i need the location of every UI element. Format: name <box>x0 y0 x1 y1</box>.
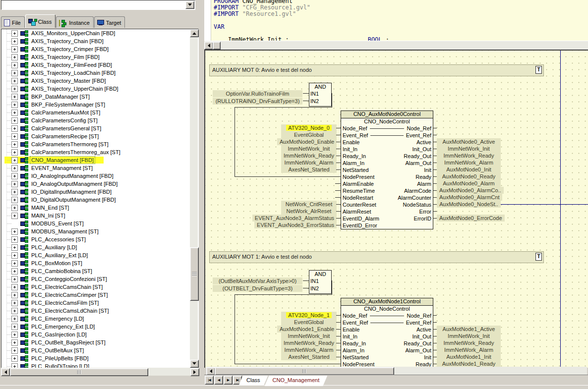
tree-hscrollbar-thumb[interactable] <box>10 368 148 376</box>
fb-output-pin[interactable]: Alarm_Out <box>405 160 431 167</box>
expand-icon[interactable] <box>11 173 18 179</box>
fb-output-pin[interactable]: Active <box>416 139 431 146</box>
tree-vertical-scrollbar[interactable] <box>190 29 198 368</box>
tree-item[interactable]: PLC_OutBeltAux [ST] <box>1 346 198 354</box>
first-sheet-button[interactable]: |◀ <box>205 376 214 385</box>
tree-item[interactable]: AXIS_Trajectory_LoadChain [FBD] <box>1 69 198 77</box>
fb-output-pin[interactable]: AlarmCode <box>404 187 431 194</box>
tree-item-label[interactable]: AXIS_Monitors_UpperChain [FBD] <box>30 30 116 37</box>
expand-icon[interactable] <box>11 276 18 282</box>
fb-output-pin[interactable]: Init_Out <box>412 333 431 340</box>
operand-box[interactable]: AuxMotNode0_Alarm <box>437 180 501 187</box>
expand-icon[interactable] <box>11 260 18 267</box>
expand-icon[interactable] <box>11 54 18 60</box>
tree-item[interactable]: PLC_ElectricCamsChain [ST] <box>1 283 198 291</box>
operand-box[interactable]: NetWork_CntReset <box>281 201 337 208</box>
operand-box[interactable]: OptionVar.RulloTrainoFilm <box>213 90 302 97</box>
fb-input-pin[interactable]: NodeRestart <box>343 194 373 201</box>
expand-icon[interactable] <box>11 125 18 132</box>
tree-item-label[interactable]: AXIS_Trajectory_FilmFeed [FBD] <box>30 61 113 68</box>
combobox-dropdown-button[interactable] <box>185 1 194 9</box>
tree-item-label[interactable]: MODBUS_Managment [ST] <box>30 228 100 235</box>
operand-box[interactable]: ATV320_Node_1 <box>281 312 337 319</box>
tree-item[interactable]: IO_AnalogInputManagment [FBD] <box>1 172 198 180</box>
tree-item[interactable]: PLC_ConteggioConfezioni [ST] <box>1 275 198 283</box>
expand-icon[interactable] <box>11 165 18 171</box>
fb-input-pin[interactable]: EventID_Error <box>343 222 377 229</box>
and-block[interactable]: ANDIN1IN2 <box>309 270 332 294</box>
tree-item-label[interactable]: CalcParametersAuxMot [ST] <box>30 109 101 116</box>
tree-item-label[interactable]: PLC_Auxiliary_Ext [LD] <box>30 252 89 259</box>
operand-box[interactable]: ImmNetWork_Init <box>437 145 501 152</box>
tree-item[interactable]: BKP_DataManager [ST] <box>1 93 198 101</box>
sheet-tab-cno_management[interactable]: CNO_Management <box>265 376 328 386</box>
operand-box[interactable]: AuxMotNode0_ErrorCode <box>437 215 505 222</box>
fb-output-pin[interactable]: Ready <box>415 173 431 180</box>
operand-box[interactable]: ImmNetWork_Alarm <box>437 159 501 166</box>
tree-item-label[interactable]: CalcParametersRecipe [ST] <box>30 133 100 140</box>
operand-box[interactable]: ImmNetWork_Ready <box>281 339 337 346</box>
tree-item[interactable]: PLC_Emergency [LD] <box>1 315 198 323</box>
operand-box[interactable]: EVENT_AuxNode3_ErrorStatus <box>254 222 337 228</box>
tree-item-label[interactable]: AXIS_Trajectory_LoadChain [FBD] <box>30 69 117 76</box>
fb-output-pin[interactable]: Event_Ref <box>406 319 431 326</box>
expand-icon[interactable] <box>11 78 18 84</box>
tree-item-label[interactable]: CalcParametersGeneral [ST] <box>30 125 102 132</box>
tree-item-label[interactable]: IO_AnalogInputManagment [FBD] <box>30 172 115 179</box>
fbd-canvas[interactable]: AUXILIARY MOT 0: Avvio e test del nodoTA… <box>204 50 588 368</box>
expand-icon[interactable] <box>11 324 18 330</box>
fb-input-pin[interactable]: Event_Ref <box>343 319 368 326</box>
expand-icon[interactable] <box>11 332 18 338</box>
tree-item[interactable]: MAIN_End [ST] <box>1 204 198 212</box>
fb-input-pin[interactable]: NetStarted <box>343 354 369 361</box>
tree-item-label[interactable]: IO_AnalogOutputManagment [FBD] <box>30 180 118 187</box>
tree-item[interactable]: IO_AnalogOutputManagment [FBD] <box>1 180 198 188</box>
tree-item[interactable]: CalcParametersRecipe [ST] <box>1 132 198 140</box>
expand-icon[interactable] <box>11 316 18 322</box>
operand-box[interactable]: AuxMotNode0_AlarmCnt <box>437 194 502 201</box>
tree-item[interactable]: PLC_Accessories [ST] <box>1 235 198 243</box>
fb-output-pin[interactable]: Init <box>424 354 431 361</box>
sheet-tab-class[interactable]: Class <box>238 376 268 386</box>
tree-item[interactable]: CalcParametersAuxMot [ST] <box>1 109 198 116</box>
prev-sheet-button[interactable]: ◀ <box>214 376 223 385</box>
expand-icon[interactable] <box>11 252 18 259</box>
tree-item-label[interactable]: BKP_FileSystemManager [ST] <box>30 101 106 108</box>
tree-item-label[interactable]: PLC_Accessories [ST] <box>30 236 87 243</box>
tree-item-label[interactable]: PLC_Auxiliary [LD] <box>30 244 78 251</box>
tree-item-label[interactable]: MAIN_Ini [ST] <box>30 212 66 219</box>
fb-input-pin[interactable]: ResumeTime <box>343 187 375 194</box>
tree-item[interactable]: AXIS_Trajectory_Master [FBD] <box>1 77 198 85</box>
expand-icon[interactable] <box>11 181 18 187</box>
tree-item[interactable]: PLC_CambioBobina [ST] <box>1 267 198 275</box>
tree-item[interactable]: PLC_PileUpBelts [FBD] <box>1 354 198 362</box>
browser-tab-file[interactable]: File <box>1 16 25 28</box>
operand-box[interactable]: (OutBeltAuxMotVar.AxisType>0) <box>213 278 302 284</box>
tree-item[interactable]: PLC_Auxiliary_Ext [LD] <box>1 251 198 259</box>
tree-item[interactable]: AXIS_Trajectory_Chain [FBD] <box>1 37 198 45</box>
operand-box[interactable]: AuxMotNode0_Init <box>437 166 501 173</box>
tree-item-label[interactable]: EVENT_Managment [ST] <box>30 165 94 171</box>
tree-item[interactable]: PLC_GasInjection [LD] <box>1 331 198 338</box>
expand-icon[interactable] <box>11 236 18 243</box>
scroll-left-button[interactable] <box>206 367 215 375</box>
expand-icon[interactable] <box>11 86 18 92</box>
expand-icon[interactable] <box>11 308 18 314</box>
fbd-horizontal-scrollbar[interactable] <box>206 367 587 375</box>
tree-item-label[interactable]: AXIS_Trajectory_UpperChain [FBD] <box>30 85 119 92</box>
expand-icon[interactable] <box>11 30 18 37</box>
fb-input-pin[interactable]: Node_Ref <box>343 312 367 319</box>
tree-item[interactable]: MODBUS_Event [ST] <box>1 220 198 227</box>
fb-output-pin[interactable]: Active <box>416 326 431 333</box>
operand-box[interactable]: ImmNetWork_Alarm <box>437 346 501 353</box>
expand-icon[interactable] <box>11 46 18 53</box>
expand-icon[interactable] <box>11 355 18 362</box>
operand-box[interactable]: ATV320_Node_0 <box>281 124 337 131</box>
operand-box[interactable]: AuxMotNode0_NodeSt.. <box>437 201 501 208</box>
operand-box[interactable]: AuxMotNode0_Enable <box>277 138 337 145</box>
operand-box[interactable]: AxesNet_Started <box>281 166 337 173</box>
expand-icon[interactable] <box>11 339 18 346</box>
tree-item-label[interactable]: CalcParametersThermoreg [ST] <box>30 141 110 148</box>
fb-input-pin[interactable]: EventID_Alarm <box>343 215 379 222</box>
tree-item-label[interactable]: AXIS_Trajectory_Master [FBD] <box>30 77 107 84</box>
